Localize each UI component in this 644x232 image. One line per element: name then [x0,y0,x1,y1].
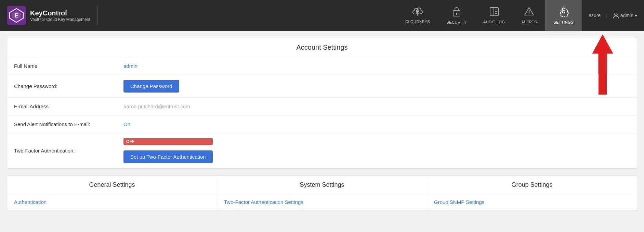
settings-label: SETTINGS [553,20,574,24]
system-settings-content: Two-Factor Authentication Settings [217,194,427,210]
settings-icon [558,7,569,18]
group-snmp-link[interactable]: Group SNMP Settings [434,199,484,205]
authentication-link[interactable]: Authentication [14,199,47,205]
svg-text:E: E [15,13,18,19]
general-settings-title: General Settings [7,176,217,194]
email-row: E-mail Address: aaron.pritchard@entrust.… [7,98,637,115]
alerts-label: ALERTS [522,20,537,24]
send-alert-value: On [123,121,130,127]
change-password-label: Change Password: [14,83,123,89]
email-label: E-mail Address: [14,103,123,109]
admin-dropdown-icon: ▾ [635,13,637,18]
nav-auditlog[interactable]: AUDIT LOG [475,0,513,31]
system-settings-title: System Settings [217,176,427,194]
admin-user-menu[interactable]: admin ▾ [613,12,637,19]
svg-rect-9 [490,8,494,16]
general-settings-content: Authentication [7,194,217,210]
nav-items: CLOUDKEYS SECURITY [397,0,582,31]
fullname-label: Full Name: [14,63,123,69]
security-label: SECURITY [446,20,467,24]
alerts-icon [524,7,534,18]
email-value: aaron.pritchard@entrust.com [123,103,190,109]
auditlog-icon [489,7,499,18]
cloudkeys-icon [412,7,423,17]
brand-subtitle: Vault for Cloud Key Management [30,17,90,22]
nav-alerts[interactable]: ALERTS [513,0,546,31]
account-settings-card: Account Settings Full Name: admin Change… [7,38,637,169]
svg-point-16 [615,13,617,16]
admin-username: admin [620,13,633,18]
fullname-row: Full Name: admin [7,57,637,75]
two-factor-label: Two-Factor Authentication: [14,148,123,154]
svg-point-15 [562,10,565,13]
tenant-name: azure [589,13,601,18]
change-password-button[interactable]: Change Password [123,80,179,93]
send-alert-label: Send Alert Notifications to E-mail: [14,121,123,127]
brand: E KeyControl Vault for Cloud Key Managem… [7,6,97,25]
nav-divider: | [606,13,607,18]
two-factor-row: Two-Factor Authentication: OFF Set up Tw… [7,133,637,168]
bottom-panels: General Settings Authentication System S… [7,175,637,210]
nav-right: azure | admin ▾ [589,12,637,19]
group-settings-content: Group SNMP Settings [427,194,637,210]
user-icon [613,12,619,19]
brand-title: KeyControl [30,9,90,17]
nav-cloudkeys[interactable]: CLOUDKEYS [397,0,438,31]
entrust-logo: E [7,6,26,25]
two-factor-settings-link[interactable]: Two-Factor Authentication Settings [224,199,303,205]
general-settings-panel: General Settings Authentication [7,176,217,210]
group-settings-title: Group Settings [427,176,637,194]
navbar: E KeyControl Vault for Cloud Key Managem… [0,0,644,31]
fullname-value: admin [123,63,137,69]
security-icon [452,7,461,18]
system-settings-panel: System Settings Two-Factor Authenticatio… [217,176,427,210]
nav-settings[interactable]: SETTINGS [545,0,582,31]
change-password-row: Change Password: Change Password [7,75,637,98]
two-factor-badge: OFF [123,138,213,145]
main-content: Account Settings Full Name: admin Change… [0,31,644,217]
svg-point-14 [529,13,530,14]
send-alert-row: Send Alert Notifications to E-mail: On [7,115,637,133]
cloudkeys-label: CLOUDKEYS [405,20,430,24]
two-factor-col: OFF Set up Two-Factor Authentication [123,138,213,163]
svg-point-6 [456,13,457,14]
setup-two-factor-button[interactable]: Set up Two-Factor Authentication [123,150,213,163]
group-settings-panel: Group Settings Group SNMP Settings [427,176,637,210]
auditlog-label: AUDIT LOG [483,20,505,24]
brand-text: KeyControl Vault for Cloud Key Managemen… [30,9,90,22]
nav-security[interactable]: SECURITY [438,0,475,31]
account-settings-title: Account Settings [7,38,637,57]
